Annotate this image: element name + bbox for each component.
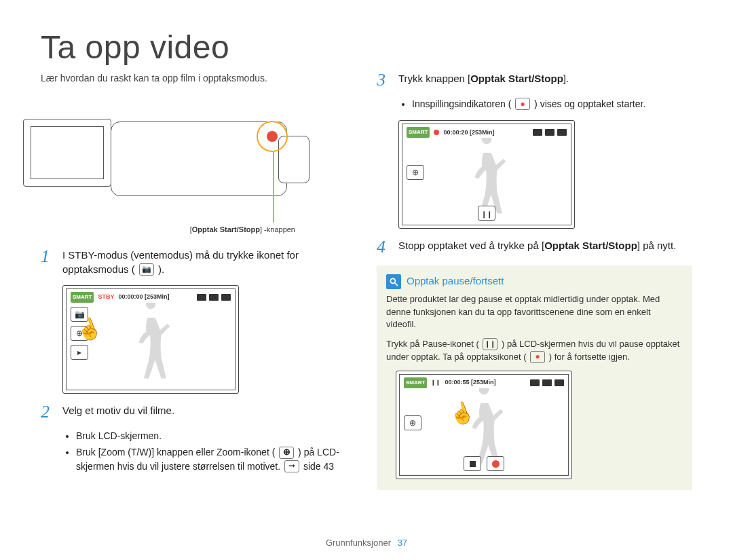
pause-indicator-icon	[431, 378, 440, 388]
zoom-icon: ⊕	[404, 415, 421, 430]
record-dot-icon	[434, 130, 439, 135]
lcd-status-icons	[530, 379, 564, 386]
svg-line-1	[395, 282, 398, 285]
step-3: 3 Trykk knappen [Opptak Start/Stopp].	[377, 71, 692, 89]
step-1: 1 I STBY-modus (ventemodus) må du trykke…	[41, 248, 356, 278]
step-2-bullet-2: Bruk [Zoom (T/W)] knappen eller Zoom-iko…	[76, 445, 356, 473]
lcd-time-stby: 00:00:00 [253Min]	[118, 293, 169, 302]
note-title: Opptak pause/fortsett	[407, 274, 504, 289]
record-icon	[530, 351, 545, 363]
magnifier-icon	[386, 274, 401, 289]
play-icon: ▸	[71, 345, 88, 360]
left-column: Lær hvordan du raskt kan ta opp film i o…	[41, 71, 356, 490]
record-button-icon	[487, 456, 504, 471]
step-3-bullet-1: Innspillingsindikatoren ( ) vises og opp…	[412, 97, 692, 111]
svg-point-0	[390, 278, 395, 283]
step-3-text: Trykk knappen [Opptak Start/Stopp].	[398, 71, 692, 89]
record-indicator-icon	[515, 98, 530, 110]
step-2-bullets: Bruk LCD-skjermen. Bruk [Zoom (T/W)] kna…	[76, 429, 356, 473]
pause-icon	[483, 338, 497, 350]
step-4-text: Stopp opptaket ved å trykke på [Opptak S…	[398, 238, 692, 256]
pause-button-icon	[478, 206, 495, 221]
lcd-time-pause: 00:00:55 [253Min]	[445, 378, 495, 388]
lcd-status-icons	[197, 294, 231, 301]
camera-icon	[139, 263, 154, 276]
note-paragraph-1: Dette produktet lar deg pause et opptak …	[386, 293, 683, 332]
right-column: 3 Trykk knappen [Opptak Start/Stopp]. In…	[377, 71, 692, 490]
step-2: 2 Velg et motiv du vil filme.	[41, 403, 356, 421]
golfer-silhouette	[127, 303, 174, 390]
step-1-text: I STBY-modus (ventemodus) må du trykke i…	[62, 248, 356, 278]
step-3-bullets: Innspillingsindikatoren ( ) vises og opp…	[412, 97, 692, 111]
arrow-icon	[284, 460, 299, 472]
camcorder-caption: [Opptak Start/Stopp] -knappen	[41, 224, 356, 236]
step-2-number: 2	[41, 403, 56, 421]
page-number: 37	[398, 538, 407, 548]
step-2-text: Velg et motiv du vil filme.	[62, 403, 356, 421]
stby-label: STBY	[98, 293, 114, 302]
page-title: Ta opp video	[41, 29, 692, 66]
footer-section: Grunnfunksjoner	[326, 538, 391, 548]
lcd-screenshot-recording: SMART 00:00:20 [253Min] ⊕	[398, 120, 575, 229]
stop-button-icon	[464, 456, 481, 471]
smart-badge: SMART	[407, 127, 430, 138]
page-footer: Grunnfunksjoner 37	[0, 538, 733, 548]
step-4: 4 Stopp opptaket ved å trykke på [Opptak…	[377, 238, 692, 256]
camcorder-illustration	[41, 98, 356, 220]
smart-badge: SMART	[71, 292, 94, 303]
smart-badge: SMART	[404, 377, 427, 388]
lcd-time-rec: 00:00:20 [253Min]	[443, 128, 494, 138]
step-3-number: 3	[377, 71, 392, 89]
zoom-icon: ⊕	[407, 165, 424, 180]
record-button-callout	[257, 121, 288, 152]
step-1-number: 1	[41, 248, 56, 278]
zoom-icon	[279, 447, 294, 459]
step-4-number: 4	[377, 238, 392, 256]
note-paragraph-2: Trykk på Pause-ikonet ( ) på LCD-skjerme…	[386, 338, 683, 364]
lcd-screenshot-paused: SMART 00:00:55 [253Min] ⊕ ☝	[396, 371, 572, 479]
record-dot-icon	[267, 131, 278, 142]
step-2-bullet-1: Bruk LCD-skjermen.	[76, 429, 356, 443]
intro-text: Lær hvordan du raskt kan ta opp film i o…	[41, 71, 356, 86]
lcd-screenshot-stby: SMART STBY 00:00:00 [253Min] 📷 ⊕ ▸ ☝	[62, 285, 239, 394]
lcd-status-icons	[533, 129, 567, 136]
note-box: Opptak pause/fortsett Dette produktet la…	[377, 265, 692, 490]
